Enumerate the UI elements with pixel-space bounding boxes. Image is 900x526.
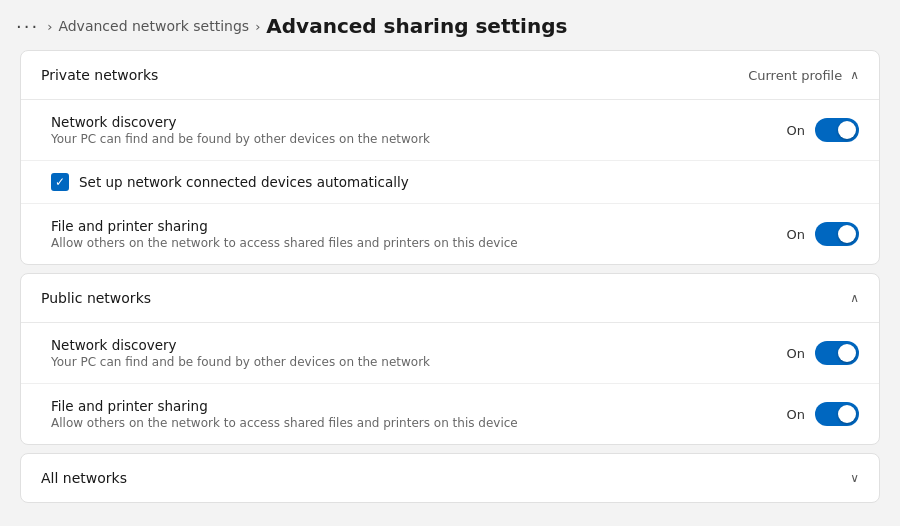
toggle-public-0[interactable] [815,341,859,365]
setting-right-private-2: On [787,222,859,246]
setting-row-private-0: Network discoveryYour PC can find and be… [21,100,879,161]
setting-row-public-1: File and printer sharingAllow others on … [21,384,879,444]
setting-label-public-1: File and printer sharing [51,398,518,414]
page-title: Advanced sharing settings [266,14,567,38]
setting-desc-private-2: Allow others on the network to access sh… [51,236,518,250]
checkbox-label-private-1: Set up network connected devices automat… [79,174,409,190]
toggle-thumb-public-0 [838,344,856,362]
setting-desc-public-0: Your PC can find and be found by other d… [51,355,430,369]
setting-text-private-0: Network discoveryYour PC can find and be… [51,114,430,146]
checkbox-row-private-1[interactable]: ✓Set up network connected devices automa… [21,161,879,204]
breadcrumb-link-1[interactable]: Advanced network settings [58,18,249,34]
section-body-public: Network discoveryYour PC can find and be… [21,322,879,444]
breadcrumb-chevron-2: › [255,19,260,34]
section-badge-private: Current profile [748,68,842,83]
section-public: Public networks∧Network discoveryYour PC… [20,273,880,445]
settings-content: Private networksCurrent profile∧Network … [0,50,900,526]
toggle-private-0[interactable] [815,118,859,142]
setting-text-public-0: Network discoveryYour PC can find and be… [51,337,430,369]
toggle-thumb-public-1 [838,405,856,423]
section-right-public: ∧ [850,291,859,305]
toggle-thumb-private-2 [838,225,856,243]
setting-label-public-0: Network discovery [51,337,430,353]
section-right-all: ∨ [850,471,859,485]
toggle-public-1[interactable] [815,402,859,426]
status-text-private-2: On [787,227,805,242]
section-header-private[interactable]: Private networksCurrent profile∧ [21,51,879,99]
section-header-public[interactable]: Public networks∧ [21,274,879,322]
section-title-public: Public networks [41,290,151,306]
setting-right-public-1: On [787,402,859,426]
toggle-private-2[interactable] [815,222,859,246]
setting-desc-public-1: Allow others on the network to access sh… [51,416,518,430]
section-private: Private networksCurrent profile∧Network … [20,50,880,265]
setting-label-private-2: File and printer sharing [51,218,518,234]
back-dots[interactable]: ··· [16,16,39,37]
section-title-all: All networks [41,470,127,486]
section-header-all[interactable]: All networks∨ [21,454,879,502]
page-header: ··· › Advanced network settings › Advanc… [0,0,900,50]
chevron-all-icon: ∨ [850,471,859,485]
setting-right-private-0: On [787,118,859,142]
toggle-thumb-private-0 [838,121,856,139]
checkmark-icon: ✓ [55,176,65,188]
setting-row-public-0: Network discoveryYour PC can find and be… [21,323,879,384]
status-text-private-0: On [787,123,805,138]
setting-label-private-0: Network discovery [51,114,430,130]
checkbox-private-1[interactable]: ✓ [51,173,69,191]
status-text-public-1: On [787,407,805,422]
setting-text-public-1: File and printer sharingAllow others on … [51,398,518,430]
section-right-private: Current profile∧ [748,68,859,83]
setting-row-private-2: File and printer sharingAllow others on … [21,204,879,264]
section-all: All networks∨ [20,453,880,503]
section-body-private: Network discoveryYour PC can find and be… [21,99,879,264]
section-title-private: Private networks [41,67,158,83]
chevron-public-icon: ∧ [850,291,859,305]
status-text-public-0: On [787,346,805,361]
chevron-private-icon: ∧ [850,68,859,82]
breadcrumb-chevron-1: › [47,19,52,34]
setting-text-private-2: File and printer sharingAllow others on … [51,218,518,250]
setting-desc-private-0: Your PC can find and be found by other d… [51,132,430,146]
setting-right-public-0: On [787,341,859,365]
